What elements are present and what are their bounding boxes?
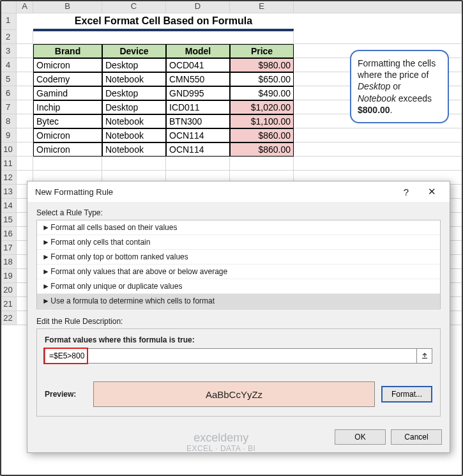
cell-price[interactable]: $1,020.00 bbox=[230, 100, 294, 114]
row-header[interactable]: 21 bbox=[0, 297, 17, 311]
cell[interactable] bbox=[33, 30, 294, 44]
cell[interactable] bbox=[17, 86, 33, 100]
cell-model[interactable]: OCN114 bbox=[166, 142, 230, 157]
rule-type-item[interactable]: ► Format only cells that contain bbox=[37, 235, 440, 250]
row-header[interactable]: 8 bbox=[0, 114, 17, 128]
row-header[interactable]: 18 bbox=[0, 255, 17, 269]
table-header-price[interactable]: Price bbox=[230, 44, 294, 58]
cell-model[interactable]: BTN300 bbox=[166, 114, 230, 128]
help-button[interactable]: ? bbox=[393, 187, 419, 197]
cell-model[interactable]: ICD011 bbox=[166, 100, 230, 114]
cell-brand[interactable]: Omicron bbox=[33, 142, 102, 157]
cell-brand[interactable]: Omicron bbox=[33, 128, 102, 142]
cell-brand[interactable]: Inchip bbox=[33, 100, 102, 114]
cell-price[interactable]: $860.00 bbox=[230, 128, 294, 142]
watermark: exceldemy EXCEL · DATA · BI bbox=[186, 432, 255, 453]
cell[interactable] bbox=[17, 157, 33, 171]
row-header[interactable]: 14 bbox=[0, 199, 17, 213]
col-header-A[interactable]: A bbox=[17, 0, 33, 13]
table-header-device[interactable]: Device bbox=[102, 44, 166, 58]
cell[interactable] bbox=[17, 44, 33, 58]
cell[interactable] bbox=[102, 157, 166, 171]
cell[interactable] bbox=[294, 30, 463, 44]
cell-brand[interactable]: Codemy bbox=[33, 72, 102, 86]
row-header[interactable]: 22 bbox=[0, 311, 17, 325]
cancel-button[interactable]: Cancel bbox=[391, 429, 442, 445]
select-all-corner[interactable] bbox=[0, 0, 17, 13]
row-header[interactable]: 19 bbox=[0, 269, 17, 283]
cell-device[interactable]: Notebook bbox=[102, 142, 166, 157]
cell[interactable] bbox=[294, 157, 463, 171]
cell-device[interactable]: Desktop bbox=[102, 58, 166, 72]
cell-model[interactable]: CMN550 bbox=[166, 72, 230, 86]
cell-brand[interactable]: Omicron bbox=[33, 58, 102, 72]
row-header[interactable]: 17 bbox=[0, 241, 17, 255]
row-header[interactable]: 4 bbox=[0, 58, 17, 72]
row-header[interactable]: 16 bbox=[0, 227, 17, 241]
row-header[interactable]: 5 bbox=[0, 72, 17, 86]
table-header-model[interactable]: Model bbox=[166, 44, 230, 58]
preview-label: Preview: bbox=[45, 390, 87, 399]
rule-type-item[interactable]: ► Format only top or bottom ranked value… bbox=[37, 250, 440, 265]
cell-price[interactable]: $490.00 bbox=[230, 86, 294, 100]
cell[interactable] bbox=[17, 13, 33, 27]
row-header[interactable]: 2 bbox=[0, 30, 17, 44]
row-header[interactable]: 12 bbox=[0, 171, 17, 185]
row-header[interactable]: 7 bbox=[0, 100, 17, 114]
cell[interactable] bbox=[294, 13, 463, 27]
ok-button[interactable]: OK bbox=[335, 429, 386, 445]
rule-type-item[interactable]: ► Use a formula to determine which cells… bbox=[37, 294, 440, 309]
rule-type-item[interactable]: ► Format all cells based on their values bbox=[37, 220, 440, 235]
cell-price[interactable]: $1,100.00 bbox=[230, 114, 294, 128]
col-header-C[interactable]: C bbox=[102, 0, 166, 13]
close-button[interactable]: ✕ bbox=[419, 186, 444, 197]
cell[interactable] bbox=[294, 142, 463, 157]
cell[interactable] bbox=[33, 157, 102, 171]
cell-price[interactable]: $650.00 bbox=[230, 72, 294, 86]
row-header[interactable]: 13 bbox=[0, 185, 17, 199]
cell[interactable] bbox=[230, 157, 294, 171]
rule-type-list[interactable]: ► Format all cells based on their values… bbox=[36, 220, 441, 309]
cell-model[interactable]: GND995 bbox=[166, 86, 230, 100]
col-header-E[interactable]: E bbox=[230, 0, 294, 13]
cell[interactable] bbox=[17, 58, 33, 72]
cell-model[interactable]: OCN114 bbox=[166, 128, 230, 142]
row-header[interactable]: 15 bbox=[0, 213, 17, 227]
row-header[interactable]: 11 bbox=[0, 157, 17, 171]
cell-device[interactable]: Notebook bbox=[102, 128, 166, 142]
rule-type-item[interactable]: ► Format only values that are above or b… bbox=[37, 265, 440, 279]
formula-input[interactable] bbox=[45, 349, 416, 363]
dialog-titlebar[interactable]: New Formatting Rule ? ✕ bbox=[27, 181, 450, 202]
table-header-brand[interactable]: Brand bbox=[33, 44, 102, 58]
sheet-title[interactable]: Excel Format Cell Based on Formula bbox=[33, 13, 294, 30]
rule-type-item[interactable]: ► Format only unique or duplicate values bbox=[37, 279, 440, 294]
col-header-D[interactable]: D bbox=[166, 0, 230, 13]
cell-price[interactable]: $860.00 bbox=[230, 142, 294, 157]
cell-model[interactable]: OCD041 bbox=[166, 58, 230, 72]
cell-device[interactable]: Notebook bbox=[102, 114, 166, 128]
cell[interactable] bbox=[17, 142, 33, 157]
cell-price[interactable]: $980.00 bbox=[230, 58, 294, 72]
row-header[interactable]: 9 bbox=[0, 128, 17, 142]
cell[interactable] bbox=[17, 100, 33, 114]
row-header[interactable]: 10 bbox=[0, 142, 17, 157]
cell[interactable] bbox=[17, 30, 33, 44]
cell[interactable] bbox=[166, 157, 230, 171]
edit-rule-description-label: Edit the Rule Description: bbox=[36, 317, 441, 326]
cell[interactable] bbox=[294, 128, 463, 142]
cell-device[interactable]: Notebook bbox=[102, 72, 166, 86]
cell-brand[interactable]: Gamind bbox=[33, 86, 102, 100]
row-header[interactable]: 6 bbox=[0, 86, 17, 100]
cell-device[interactable]: Desktop bbox=[102, 100, 166, 114]
format-button[interactable]: Format... bbox=[381, 386, 432, 403]
cell-device[interactable]: Desktop bbox=[102, 86, 166, 100]
cell[interactable] bbox=[17, 128, 33, 142]
col-header-B[interactable]: B bbox=[33, 0, 102, 13]
cell[interactable] bbox=[17, 114, 33, 128]
row-header[interactable]: 20 bbox=[0, 283, 17, 297]
row-header[interactable]: 1 bbox=[0, 13, 17, 30]
collapse-dialog-icon[interactable] bbox=[416, 349, 432, 363]
row-header[interactable]: 3 bbox=[0, 44, 17, 58]
cell[interactable] bbox=[17, 72, 33, 86]
cell-brand[interactable]: Bytec bbox=[33, 114, 102, 128]
